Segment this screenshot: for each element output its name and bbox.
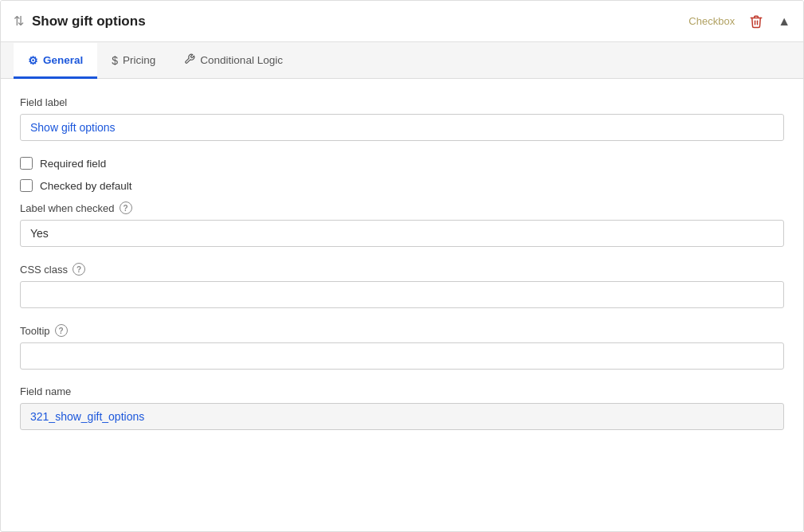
field-label-group: Field label xyxy=(20,96,784,141)
checked-by-default-label[interactable]: Checked by default xyxy=(40,180,132,192)
field-type-label: Checkbox xyxy=(688,15,735,27)
sort-icon[interactable]: ⇅ xyxy=(14,14,24,29)
content-area: Field label Required field Checked by de… xyxy=(1,79,803,464)
tab-conditional-logic-label: Conditional Logic xyxy=(200,54,283,66)
label-when-checked-label: Label when checked xyxy=(20,202,115,214)
checked-by-default-checkbox[interactable] xyxy=(20,179,33,192)
tooltip-label: Tooltip xyxy=(20,325,50,337)
css-class-input[interactable] xyxy=(20,281,784,308)
css-class-group: CSS class ? xyxy=(20,263,784,308)
css-class-header: CSS class ? xyxy=(20,263,784,276)
required-field-label[interactable]: Required field xyxy=(40,158,106,170)
top-bar-right: Checkbox ▲ xyxy=(688,13,790,30)
field-name-group: Field name xyxy=(20,385,784,430)
label-when-checked-group: Label when checked ? xyxy=(20,201,784,247)
tooltip-help-icon[interactable]: ? xyxy=(55,324,68,337)
tooltip-input[interactable] xyxy=(20,342,784,370)
label-when-checked-header: Label when checked ? xyxy=(20,201,784,214)
label-when-checked-input[interactable] xyxy=(20,220,784,247)
field-name-label: Field name xyxy=(20,385,784,397)
collapse-button[interactable]: ▲ xyxy=(778,14,790,29)
field-label-label: Field label xyxy=(20,96,784,108)
top-bar-left: ⇅ Show gift options xyxy=(14,14,146,29)
css-class-help-icon[interactable]: ? xyxy=(73,263,85,276)
field-name-input[interactable] xyxy=(20,403,784,430)
css-class-label: CSS class xyxy=(20,264,68,276)
dollar-icon: $ xyxy=(112,54,118,67)
required-field-checkbox[interactable] xyxy=(20,157,33,170)
checked-by-default-row: Checked by default xyxy=(20,179,784,192)
top-bar: ⇅ Show gift options Checkbox ▲ xyxy=(1,1,803,42)
tooltip-group: Tooltip ? xyxy=(20,324,784,370)
tab-conditional-logic[interactable]: Conditional Logic xyxy=(170,42,297,79)
delete-button[interactable] xyxy=(746,13,767,30)
field-title: Show gift options xyxy=(32,14,146,29)
gear-icon: ⚙ xyxy=(28,54,38,67)
label-when-checked-help-icon[interactable]: ? xyxy=(120,201,132,214)
required-field-row: Required field xyxy=(20,157,784,170)
field-label-input[interactable] xyxy=(20,114,784,141)
tab-pricing-label: Pricing xyxy=(123,54,155,66)
tabs-bar: ⚙ General $ Pricing Conditional Logic xyxy=(1,42,803,79)
main-panel: ⇅ Show gift options Checkbox ▲ ⚙ General xyxy=(0,0,804,532)
tab-general-label: General xyxy=(43,54,83,66)
wrench-icon xyxy=(184,53,195,67)
tooltip-header: Tooltip ? xyxy=(20,324,784,337)
tab-general[interactable]: ⚙ General xyxy=(14,43,97,79)
tab-pricing[interactable]: $ Pricing xyxy=(97,43,170,79)
